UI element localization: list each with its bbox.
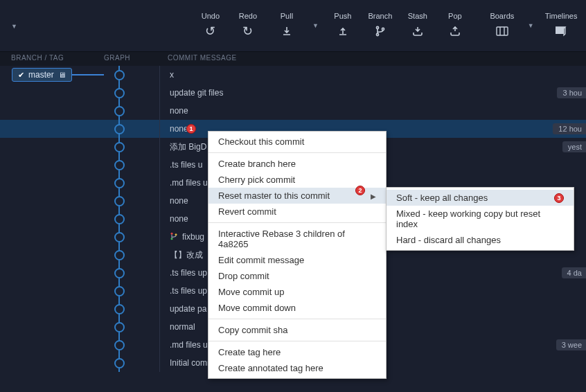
redo-icon: ↻ — [242, 23, 253, 39]
undo-icon: ↺ — [205, 23, 215, 39]
graph-node — [114, 196, 125, 206]
graph-node — [114, 268, 125, 278]
graph-node — [114, 358, 125, 368]
sub-mixed[interactable]: Mixed - keep working copy but reset inde… — [387, 206, 574, 232]
submenu-caret-icon: ▶ — [371, 193, 376, 200]
ctx-move-down[interactable]: Move commit down — [208, 300, 386, 316]
svg-point-6 — [175, 233, 177, 235]
ctx-edit-message[interactable]: Edit commit message — [208, 252, 386, 268]
graph-node — [114, 232, 125, 242]
graph-node — [114, 160, 125, 170]
commit-time: 3 wee — [556, 339, 586, 350]
graph-node — [114, 88, 125, 98]
svg-point-2 — [382, 28, 384, 30]
col-commit-message: COMMIT MESSAGE — [159, 54, 586, 66]
ctx-create-branch[interactable]: Create branch here — [208, 156, 386, 172]
callout-1: 1 — [186, 124, 196, 134]
col-branch-tag: BRANCH / TAG — [0, 54, 104, 66]
commit-row[interactable]: none — [0, 102, 586, 120]
commit-message: x — [159, 66, 586, 84]
graph-node — [114, 250, 125, 260]
column-headers: BRANCH / TAG GRAPH COMMIT MESSAGE — [0, 52, 586, 66]
graph-node — [114, 340, 125, 350]
boards-icon — [496, 23, 508, 39]
pull-icon — [281, 23, 292, 39]
pull-button[interactable]: Pull — [274, 12, 300, 39]
branch-icon — [375, 23, 386, 39]
commit-message: update git files3 hou — [159, 84, 586, 102]
stash-button[interactable]: Stash — [405, 12, 431, 39]
ctx-drop[interactable]: Drop commit — [208, 268, 386, 284]
commit-time: 12 hou — [553, 123, 586, 134]
pull-caret[interactable]: ▼ — [312, 22, 319, 29]
graph-node — [114, 124, 125, 134]
branch-button[interactable]: Branch — [367, 12, 393, 39]
ctx-create-ann-tag[interactable]: Create annotated tag here — [208, 360, 386, 376]
repo-dropdown[interactable]: ▼ — [11, 21, 17, 30]
svg-rect-3 — [497, 27, 508, 35]
svg-point-1 — [376, 33, 378, 35]
redo-button[interactable]: Redo ↻ — [235, 12, 261, 39]
ctx-rebase[interactable]: Interactive Rebase 3 children of 4a8265 — [208, 226, 386, 252]
svg-point-0 — [376, 26, 378, 28]
branch-glyph-icon — [170, 232, 178, 242]
branch-badge[interactable]: ✔master🖥 — [12, 68, 72, 82]
toolbar: ▼ Undo ↺ Redo ↻ Pull ▼ Push Branch — [0, 0, 586, 52]
laptop-icon: 🖥 — [58, 71, 66, 79]
stash-icon — [412, 23, 423, 39]
ctx-revert[interactable]: Revert commit — [208, 204, 386, 220]
ctx-create-tag[interactable]: Create tag here — [208, 344, 386, 360]
commit-time: 3 hou — [557, 87, 586, 98]
commit-row[interactable]: ✔master🖥x — [0, 66, 586, 84]
timelines-button[interactable]: Timelines — [545, 12, 578, 39]
boards-button[interactable]: Boards — [489, 12, 515, 39]
svg-point-5 — [171, 238, 173, 240]
svg-point-4 — [171, 232, 173, 234]
callout-3: 3 — [554, 193, 564, 203]
ctx-copy-sha[interactable]: Copy commit sha — [208, 322, 386, 338]
branch-name: master — [28, 70, 54, 80]
reset-submenu: Soft - keep all changes 3 Mixed - keep w… — [386, 187, 574, 251]
graph-node — [114, 322, 125, 332]
graph-node — [114, 304, 125, 314]
sub-hard[interactable]: Hard - discard all changes — [387, 232, 574, 248]
commit-message: none — [159, 102, 586, 120]
graph-node — [114, 142, 125, 152]
commit-time: 4 da — [562, 267, 586, 278]
timelines-icon — [555, 23, 567, 39]
ctx-checkout[interactable]: Checkout this commit — [208, 134, 386, 150]
graph-node — [114, 214, 125, 224]
graph-node — [114, 70, 125, 80]
commit-row[interactable]: update git files3 hou — [0, 84, 586, 102]
callout-2: 2 — [355, 186, 365, 195]
ctx-move-up[interactable]: Move commit up — [208, 284, 386, 300]
undo-button[interactable]: Undo ↺ — [197, 12, 224, 39]
context-menu: Checkout this commit Create branch here … — [208, 131, 387, 379]
pop-button[interactable]: Pop — [442, 12, 468, 39]
boards-caret[interactable]: ▼ — [528, 22, 534, 29]
push-icon — [337, 23, 348, 39]
sub-soft[interactable]: Soft - keep all changes 3 — [387, 190, 574, 206]
pop-icon — [450, 23, 461, 39]
check-icon: ✔ — [18, 71, 24, 80]
commit-time: yest — [562, 141, 586, 152]
graph-node — [114, 178, 125, 188]
push-button[interactable]: Push — [330, 12, 356, 39]
col-graph: GRAPH — [104, 54, 159, 66]
ctx-reset[interactable]: Reset master to this commit 2 ▶ — [208, 188, 386, 204]
graph-node — [114, 106, 125, 116]
graph-node — [114, 286, 125, 296]
